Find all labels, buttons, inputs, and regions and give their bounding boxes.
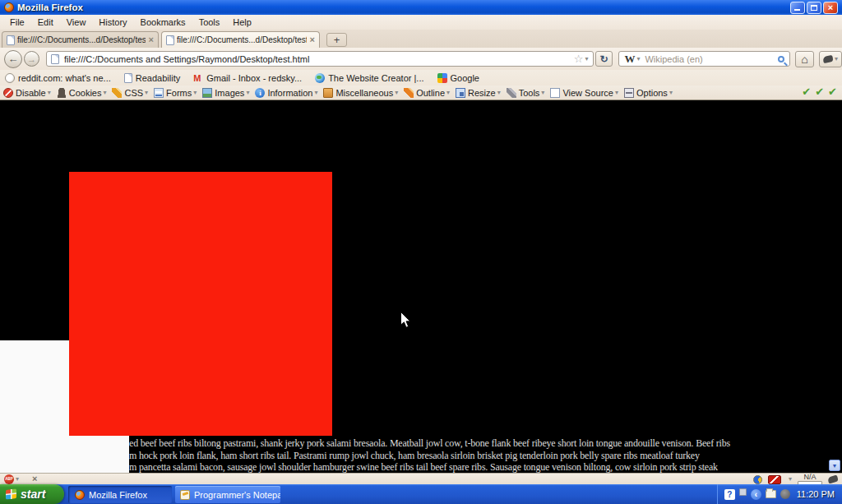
firefox-logo-icon xyxy=(75,490,85,500)
new-tab-button[interactable]: + xyxy=(326,33,347,47)
webdev-label: Disable xyxy=(16,88,46,98)
taskbar: start Mozilla Firefox Programmer's Notep… xyxy=(0,484,842,504)
back-arrow-icon: ← xyxy=(8,53,19,65)
minimize-button[interactable] xyxy=(790,2,805,14)
menu-edit[interactable]: Edit xyxy=(31,16,60,29)
webdev-disable[interactable]: Disable ▾ xyxy=(3,88,51,98)
information-icon: i xyxy=(255,88,265,98)
start-button[interactable]: start xyxy=(0,484,64,504)
check-icon: ✔ xyxy=(802,86,811,98)
extension-dropdown-icon: ▾ xyxy=(835,56,838,62)
minimize-icon xyxy=(794,9,800,11)
restore-button[interactable] xyxy=(807,2,821,14)
chevron-down-icon: ▾ xyxy=(145,90,148,96)
bookmark-star-icon[interactable]: ☆ xyxy=(574,53,584,64)
webdev-options[interactable]: Options ▾ xyxy=(624,88,673,98)
globe-icon xyxy=(315,73,325,83)
menu-tools[interactable]: Tools xyxy=(192,16,227,29)
chevron-down-icon: ▾ xyxy=(48,90,51,96)
system-tray: ? ‹ 11:20 PM xyxy=(717,484,842,504)
home-button[interactable]: ⌂ xyxy=(795,51,814,67)
menu-bar: File Edit View History Bookmarks Tools H… xyxy=(0,15,842,30)
addon-bar-close-icon[interactable]: × xyxy=(32,474,37,483)
body-text-line: m hock pork loin flank, ham short ribs t… xyxy=(129,450,700,462)
page-icon xyxy=(166,35,174,45)
bookmark-label: Google xyxy=(451,73,479,83)
miscellaneous-icon xyxy=(323,88,333,98)
check-icon: ✔ xyxy=(828,86,837,98)
chevron-down-icon: ▾ xyxy=(669,90,673,96)
taskbar-button-firefox[interactable]: Mozilla Firefox xyxy=(68,486,172,503)
tab-close-icon[interactable]: × xyxy=(310,35,315,44)
reddit-icon xyxy=(5,73,15,83)
webdev-label: Information xyxy=(267,88,312,98)
webdev-miscellaneous[interactable]: Miscellaneous ▾ xyxy=(323,88,398,98)
gmail-icon: M xyxy=(193,73,203,83)
url-bar[interactable]: file:///C:/Documents and Settings/Raymon… xyxy=(46,51,594,67)
search-placeholder: Wikipedia (en) xyxy=(645,54,778,64)
url-dropdown-icon[interactable]: ▾ xyxy=(585,56,589,62)
webdev-resize[interactable]: Resize ▾ xyxy=(456,88,501,98)
menu-help[interactable]: Help xyxy=(226,16,258,29)
status-extension-icon[interactable] xyxy=(827,475,839,484)
webdev-cookies[interactable]: Cookies ▾ xyxy=(57,88,107,98)
chevron-down-icon: ▾ xyxy=(446,90,450,96)
reload-icon: ↻ xyxy=(599,53,608,65)
extension-button[interactable]: ▾ xyxy=(819,51,842,67)
menu-history[interactable]: History xyxy=(92,16,133,29)
page-icon xyxy=(124,73,132,83)
menu-bookmarks[interactable]: Bookmarks xyxy=(134,16,192,29)
back-button[interactable]: ← xyxy=(4,50,22,68)
webdev-view-source[interactable]: View Source ▾ xyxy=(550,88,618,98)
resize-icon xyxy=(456,88,465,98)
disable-icon xyxy=(3,88,13,98)
status-globe-icon[interactable] xyxy=(753,475,762,484)
bookmark-google[interactable]: Google xyxy=(437,73,479,83)
webdev-forms[interactable]: Forms ▾ xyxy=(154,88,197,98)
webdev-outline[interactable]: Outline ▾ xyxy=(404,88,450,98)
adblock-dropdown-icon[interactable]: ▾ xyxy=(16,476,19,483)
menu-file[interactable]: File xyxy=(3,16,31,29)
bookmarks-toolbar: reddit.com: what's ne... Readability M G… xyxy=(0,70,842,86)
bookmark-readability[interactable]: Readability xyxy=(124,73,180,83)
close-button[interactable]: × xyxy=(823,2,838,14)
webdev-label: View Source xyxy=(562,88,613,98)
tab-strip: file:///C:/Documents...d/Desktop/test.ht… xyxy=(0,30,842,48)
tab-1[interactable]: file:///C:/Documents...d/Desktop/test.ht… xyxy=(2,31,159,48)
bookmark-reddit[interactable]: reddit.com: what's ne... xyxy=(5,73,111,83)
chevron-down-icon: ▾ xyxy=(103,90,106,96)
wrench-icon xyxy=(507,88,516,98)
google-icon xyxy=(437,73,447,83)
webdev-tools[interactable]: Tools ▾ xyxy=(507,88,545,98)
search-bar[interactable]: W ▾ Wikipedia (en) xyxy=(618,51,790,67)
forward-button[interactable]: → xyxy=(24,51,39,67)
chevron-down-icon[interactable]: ▾ xyxy=(789,476,792,483)
webdev-information[interactable]: i Information ▾ xyxy=(255,88,317,98)
webdev-label: Cookies xyxy=(69,88,102,98)
menu-view[interactable]: View xyxy=(60,16,93,29)
help-tray-icon[interactable]: ? xyxy=(724,489,735,500)
reload-button[interactable]: ↻ xyxy=(595,51,613,67)
collapse-chevron-icon[interactable]: ‹ xyxy=(751,489,761,500)
webdev-images[interactable]: Images ▾ xyxy=(202,88,249,98)
view-source-icon xyxy=(550,88,560,98)
tab-2-active[interactable]: file:///C:/Documents...d/Desktop/test.ht… xyxy=(161,31,320,48)
page-content: ed beef beef ribs biltong pastrami, shan… xyxy=(0,100,842,473)
device-tray-icon[interactable] xyxy=(739,488,747,496)
volume-tray-icon[interactable] xyxy=(780,489,790,499)
bookmark-website-creator[interactable]: The Website Creator |... xyxy=(315,73,423,83)
adblock-plus-icon[interactable]: ABP xyxy=(4,474,14,484)
status-blocker-icon[interactable] xyxy=(768,475,781,484)
webdev-label: Images xyxy=(215,88,244,98)
webdev-css[interactable]: CSS ▾ xyxy=(112,88,148,98)
tab-close-icon[interactable]: × xyxy=(149,35,154,44)
search-icon[interactable] xyxy=(778,56,784,62)
folder-tray-icon[interactable] xyxy=(766,490,776,498)
wikipedia-engine-icon[interactable]: W xyxy=(624,53,635,64)
bookmark-gmail[interactable]: M Gmail - Inbox - redsky... xyxy=(193,73,302,83)
notepad-icon xyxy=(180,490,190,500)
search-engine-dropdown-icon[interactable]: ▾ xyxy=(636,56,640,62)
site-identity-icon xyxy=(51,54,59,64)
taskbar-button-programmers-notepad[interactable]: Programmer's Notepa... xyxy=(175,486,280,503)
scrollbar-down-button[interactable]: ▼ xyxy=(829,460,840,471)
